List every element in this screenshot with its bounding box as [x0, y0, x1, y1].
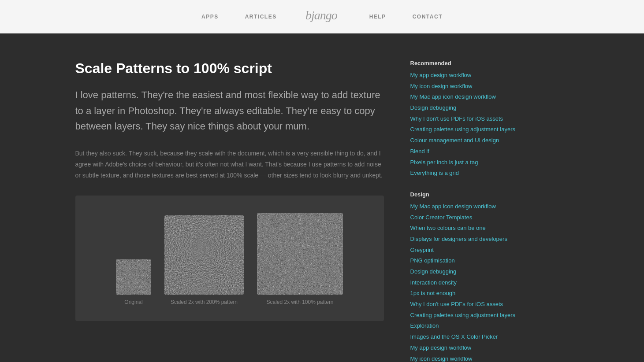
des-link-0[interactable]: My Mac app icon design workflow — [410, 201, 529, 212]
des-link-13[interactable]: My app design workflow — [410, 343, 529, 354]
images-row: Original Scaled 2x with 200% pattern — [116, 213, 343, 305]
rec-link-3[interactable]: Design debugging — [410, 103, 529, 114]
article-content: Scale Patterns to 100% script I love pat… — [75, 60, 384, 362]
img-100pct: Scaled 2x with 100% pattern — [257, 213, 343, 305]
svg-rect-3 — [257, 213, 343, 295]
200pct-pattern — [164, 215, 244, 295]
image-demo: Original Scaled 2x with 200% pattern — [75, 196, 384, 321]
original-pattern — [116, 259, 151, 295]
article-body: But they also suck. They suck, because t… — [75, 148, 384, 181]
rec-link-5[interactable]: Creating palettes using adjustment layer… — [410, 124, 529, 135]
des-link-14[interactable]: My icon design workflow — [410, 354, 529, 362]
article-intro: I love patterns. They're the easiest and… — [75, 87, 384, 134]
svg-text:bjango: bjango — [305, 8, 338, 22]
main-nav: APPS ARTICLES bjango HELP CONTACT — [201, 6, 443, 27]
des-link-9[interactable]: Why I don't use PDFs for iOS assets — [410, 299, 529, 310]
sidebar: Recommended My app design workflow My ic… — [410, 60, 529, 362]
nav-apps[interactable]: APPS — [201, 14, 219, 20]
nav-contact[interactable]: CONTACT — [413, 14, 443, 20]
rec-link-0[interactable]: My app design workflow — [410, 70, 529, 81]
100pct-pattern — [257, 213, 343, 295]
rec-link-6[interactable]: Colour management and UI design — [410, 135, 529, 146]
site-logo[interactable]: bjango — [303, 6, 343, 27]
des-link-10[interactable]: Creating palettes using adjustment layer… — [410, 310, 529, 321]
des-link-12[interactable]: Images and the OS X Color Picker — [410, 332, 529, 343]
caption-100pct: Scaled 2x with 100% pattern — [266, 299, 333, 305]
rec-link-7[interactable]: Blend if — [410, 146, 529, 157]
des-link-5[interactable]: PNG optimisation — [410, 255, 529, 266]
des-link-4[interactable]: Greyprint — [410, 245, 529, 256]
des-link-6[interactable]: Design debugging — [410, 266, 529, 277]
des-link-7[interactable]: Interaction density — [410, 277, 529, 288]
design-title: Design — [410, 191, 529, 198]
main-layout: Scale Patterns to 100% script I love pat… — [58, 33, 587, 362]
img-original: Original — [116, 259, 151, 305]
nav-articles[interactable]: ARTICLES — [245, 14, 277, 20]
svg-rect-2 — [164, 215, 244, 295]
sidebar-recommended: Recommended My app design workflow My ic… — [410, 60, 529, 179]
site-header: APPS ARTICLES bjango HELP CONTACT — [0, 0, 644, 33]
nav-help[interactable]: HELP — [369, 14, 386, 20]
des-link-11[interactable]: Exploration — [410, 321, 529, 332]
rec-link-9[interactable]: Everything is a grid — [410, 168, 529, 179]
svg-rect-1 — [116, 259, 151, 295]
caption-200pct: Scaled 2x with 200% pattern — [171, 299, 238, 305]
rec-link-1[interactable]: My icon design workflow — [410, 81, 529, 92]
des-link-2[interactable]: When two colours can be one — [410, 223, 529, 234]
rec-link-2[interactable]: My Mac app icon design workflow — [410, 92, 529, 103]
caption-original: Original — [124, 299, 142, 305]
rec-link-4[interactable]: Why I don't use PDFs for iOS assets — [410, 114, 529, 125]
recommended-title: Recommended — [410, 60, 529, 66]
article-title: Scale Patterns to 100% script — [75, 60, 384, 77]
logo-svg: bjango — [303, 6, 343, 24]
img-200pct: Scaled 2x with 200% pattern — [164, 215, 244, 305]
des-link-8[interactable]: 1px is not enough — [410, 288, 529, 299]
rec-link-8[interactable]: Pixels per inch is just a tag — [410, 157, 529, 168]
sidebar-design: Design My Mac app icon design workflow C… — [410, 191, 529, 362]
des-link-3[interactable]: Displays for designers and developers — [410, 234, 529, 245]
des-link-1[interactable]: Color Creator Templates — [410, 212, 529, 223]
